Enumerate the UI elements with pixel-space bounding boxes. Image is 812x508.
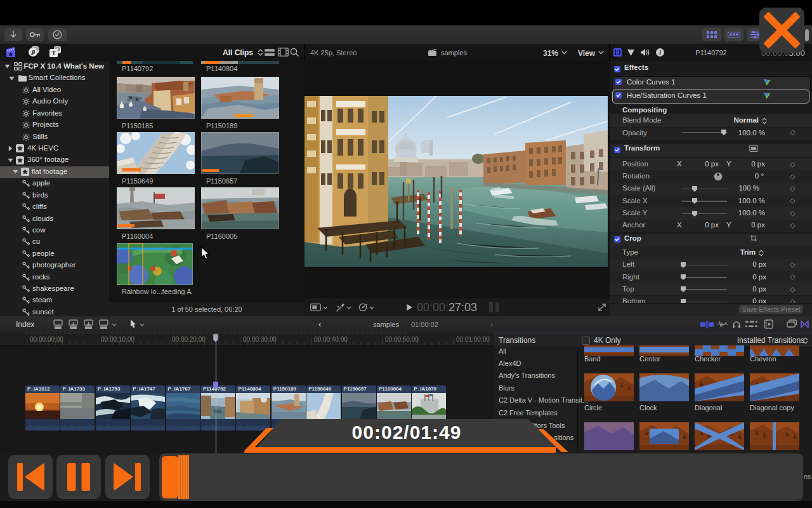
svg-text:i: i [659, 50, 661, 56]
svg-text:00:02/01:49: 00:02/01:49 [352, 422, 462, 443]
svg-text:T: T [51, 50, 56, 57]
